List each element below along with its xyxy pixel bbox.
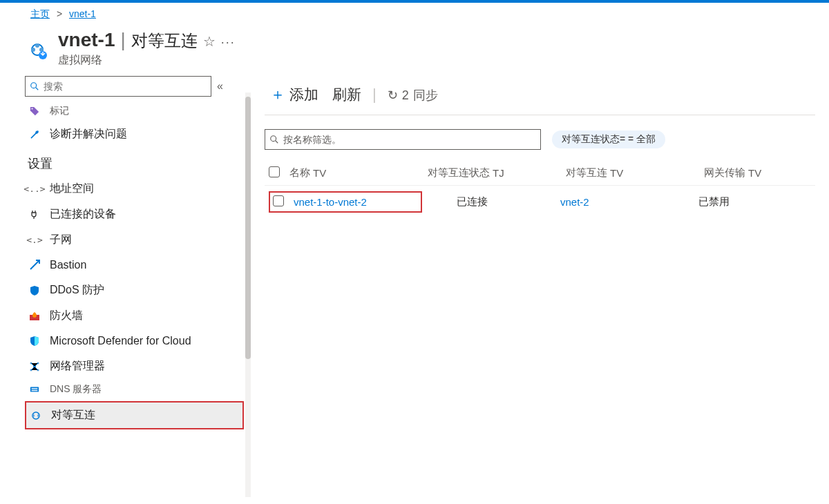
column-gateway-label: 网关传输 — [704, 166, 745, 180]
sidebar-item-network-manager[interactable]: 网络管理器 — [25, 353, 244, 379]
column-peer[interactable]: 对等互连 TV — [566, 166, 704, 180]
sidebar-label: 诊断并解决问题 — [50, 127, 127, 142]
table-row: vnet-1-to-vnet-2 已连接 vnet-2 已禁用 — [265, 186, 815, 218]
favorite-star-icon[interactable]: ☆ — [203, 33, 216, 50]
resource-title: vnet-1 — [58, 29, 115, 51]
sort-icon: TV — [313, 167, 326, 179]
plug-icon — [28, 208, 41, 222]
svg-rect-15 — [30, 387, 39, 392]
sidebar-item-bastion[interactable]: Bastion — [25, 253, 244, 278]
sidebar-label: 网络管理器 — [50, 359, 105, 374]
sidebar-label: 子网 — [50, 233, 72, 247]
wrench-icon — [28, 128, 41, 142]
sidebar-collapse-icon[interactable]: « — [217, 80, 223, 93]
column-status[interactable]: 对等互连状态 TJ — [428, 166, 566, 180]
column-status-label: 对等互连状态 — [428, 166, 490, 180]
select-all-checkbox[interactable] — [269, 166, 280, 177]
sidebar-label: Microsoft Defender for Cloud — [50, 335, 191, 347]
sort-icon: TJ — [493, 167, 504, 179]
sidebar-item-dns[interactable]: DNS 服务器 — [25, 379, 244, 400]
svg-point-7 — [31, 108, 32, 109]
svg-point-5 — [31, 83, 37, 88]
svg-point-1 — [31, 48, 35, 52]
row-highlight: vnet-1-to-vnet-2 — [269, 191, 422, 213]
refresh-button[interactable]: 刷新 — [327, 82, 367, 107]
peer-vnet-link[interactable]: vnet-2 — [560, 196, 589, 208]
peering-icon — [29, 409, 43, 423]
toolbar-separator: | — [372, 86, 377, 104]
address-space-icon: <..> — [28, 182, 41, 196]
name-filter-input[interactable] — [283, 134, 536, 145]
sort-icon: TV — [748, 167, 761, 179]
breadcrumb-separator: > — [57, 8, 62, 19]
svg-point-20 — [37, 414, 40, 417]
refresh-label: 刷新 — [332, 85, 361, 104]
svg-line-22 — [276, 141, 278, 144]
svg-point-3 — [35, 43, 39, 48]
table-header-row: 名称 TV 对等互连状态 TJ 对等互连 TV 网关传输 TV — [265, 161, 815, 186]
breadcrumb-current[interactable]: vnet-1 — [69, 8, 96, 19]
subnet-icon: <.> — [28, 233, 41, 247]
dns-icon — [28, 382, 41, 396]
sidebar-search[interactable] — [25, 76, 211, 97]
sidebar-item-connected-devices[interactable]: 已连接的设备 — [25, 202, 244, 227]
column-name[interactable]: 名称 TV — [289, 166, 428, 180]
sidebar-label: DNS 服务器 — [50, 383, 102, 396]
sync-label: 同步 — [413, 87, 438, 104]
sidebar-item-diagnose[interactable]: 诊断并解决问题 — [25, 122, 244, 147]
sort-icon: TV — [610, 167, 623, 179]
sidebar-item-firewall[interactable]: 防火墙 — [25, 303, 244, 329]
svg-point-21 — [271, 136, 276, 142]
more-menu-icon[interactable]: ··· — [221, 35, 236, 50]
column-name-label: 名称 — [289, 166, 310, 180]
breadcrumb: 主页 > vnet-1 — [0, 3, 829, 26]
svg-rect-16 — [32, 388, 38, 389]
sidebar-label: 地址空间 — [50, 182, 94, 196]
page-header: vnet-1 | 对等互连 ☆ ··· 虚拟网络 — [0, 26, 829, 76]
svg-line-8 — [30, 261, 39, 269]
sidebar-item-ddos[interactable]: DDoS 防护 — [25, 278, 244, 303]
svg-rect-17 — [32, 390, 38, 391]
page-title: 对等互连 — [131, 30, 198, 52]
firewall-icon — [28, 309, 41, 323]
status-filter-pill[interactable]: 对等互连状态= = 全部 — [552, 130, 665, 148]
title-block: vnet-1 | 对等互连 ☆ ··· 虚拟网络 — [58, 29, 236, 68]
sidebar-search-input[interactable] — [44, 81, 207, 92]
peering-status: 已连接 — [422, 195, 560, 209]
sidebar-item-defender[interactable]: Microsoft Defender for Cloud — [25, 329, 244, 353]
sidebar-label: 标记 — [50, 105, 69, 117]
toolbar: ＋ 添加 刷新 | ↻2 同步 — [265, 81, 815, 115]
add-label: 添加 — [289, 85, 318, 104]
sidebar-label: 防火墙 — [50, 309, 83, 323]
sync-button[interactable]: ↻2 同步 — [382, 84, 444, 106]
breadcrumb-home[interactable]: 主页 — [30, 8, 50, 19]
network-manager-icon — [28, 360, 41, 374]
peering-name-link[interactable]: vnet-1-to-vnet-2 — [294, 196, 367, 208]
sidebar-item-peerings[interactable]: 对等互连 — [25, 401, 244, 429]
search-icon — [269, 135, 279, 144]
search-icon — [30, 81, 39, 91]
column-peer-label: 对等互连 — [566, 166, 607, 180]
row-checkbox[interactable] — [273, 195, 284, 206]
plus-icon: ＋ — [270, 84, 285, 105]
svg-line-6 — [36, 88, 39, 90]
name-filter[interactable] — [265, 129, 541, 150]
bastion-icon — [28, 258, 41, 272]
sidebar-scrollbar[interactable] — [245, 93, 251, 497]
peerings-table: 名称 TV 对等互连状态 TJ 对等互连 TV 网关传输 TV — [265, 161, 815, 218]
add-button[interactable]: ＋ 添加 — [265, 81, 324, 108]
shield-icon — [28, 284, 41, 298]
sidebar-item-tags[interactable]: 标记 — [25, 101, 244, 122]
sidebar-item-address-space[interactable]: <..> 地址空间 — [25, 176, 244, 202]
resource-type-label: 虚拟网络 — [58, 53, 236, 68]
sidebar-item-subnets[interactable]: <.> 子网 — [25, 227, 244, 253]
defender-icon — [28, 334, 41, 348]
tag-icon — [28, 104, 41, 118]
gateway-value: 已禁用 — [698, 195, 811, 209]
column-gateway[interactable]: 网关传输 TV — [704, 166, 811, 180]
sidebar-label: 已连接的设备 — [50, 207, 116, 222]
title-separator: | — [120, 29, 125, 51]
sync-count: 2 — [402, 88, 409, 103]
filter-row: 对等互连状态= = 全部 — [265, 129, 815, 150]
main-content: ＋ 添加 刷新 | ↻2 同步 对等互连状态= = 全部 名称 — [251, 76, 829, 497]
